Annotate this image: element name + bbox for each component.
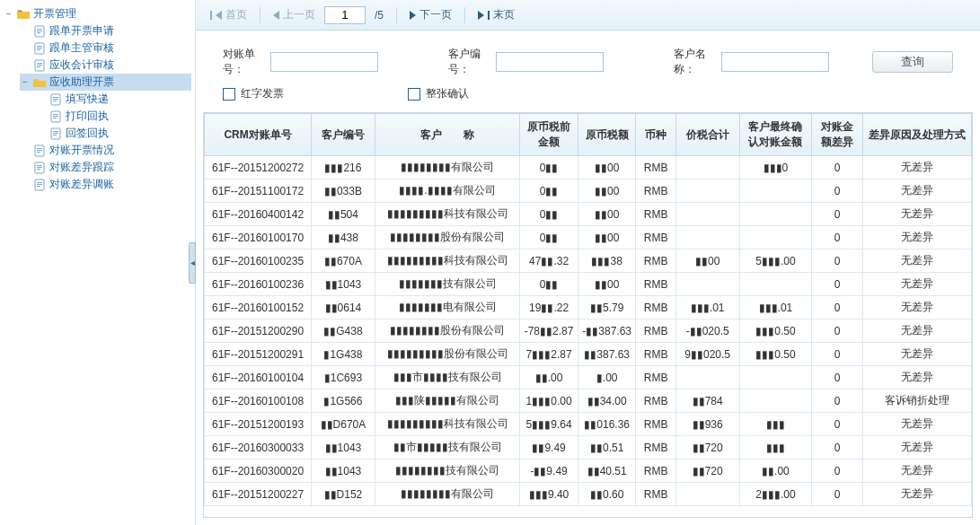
table-row[interactable]: 61F--20151200227▮▮D152▮▮▮▮▮▮▮▮有限公司▮▮▮9.4… [205,483,972,506]
table-row[interactable]: 61F--20160100236▮▮1043▮▮▮▮▮▮▮技有限公司0▮▮▮▮0… [205,273,972,296]
cell-pretax: ▮▮9.49 [520,436,578,459]
sidebar-item[interactable]: −应收助理开票 [20,74,191,91]
cell-cname: ▮▮▮▮▮▮▮技有限公司 [375,273,520,296]
sidebar-item-label[interactable]: 填写快递 [66,92,109,107]
table-row[interactable]: 61F--20160100108▮1G566▮▮▮陕▮▮▮▮▮有限公司1▮▮▮0… [205,389,972,413]
prev-page-button[interactable]: 上一页 [268,5,321,24]
sidebar-item[interactable]: 应收会计审核 [20,57,191,74]
table-row[interactable]: 61F--20160100170▮▮438▮▮▮▮▮▮▮▮股份有限公司0▮▮▮▮… [205,226,972,249]
sidebar-item-label[interactable]: 回签回执 [66,126,109,141]
sidebar-item[interactable]: 回签回执 [36,125,191,142]
tree-root[interactable]: − 开票管理 [4,5,191,22]
whole-confirm-label: 整张确认 [426,86,469,101]
first-page-button[interactable]: 首页 [205,5,252,24]
red-invoice-checkbox[interactable] [223,88,235,101]
page-number-input[interactable] [324,6,366,24]
sidebar-item[interactable]: 对账差异调账 [20,176,191,193]
table-row[interactable]: 61F--20160100104▮1C693▮▮▮市▮▮▮▮技有限公司▮▮.00… [205,366,972,389]
cell-cur: RMB [636,156,675,179]
table-row[interactable]: 61F--20160100235▮▮670A▮▮▮▮▮▮▮▮▮科技有限公司47▮… [205,249,972,273]
th-tax[interactable]: 原币税额 [578,114,636,156]
table-row[interactable]: 61F--20151200193▮▮D670A▮▮▮▮▮▮▮▮▮科技有限公司5▮… [205,413,972,436]
cell-confirm: ▮▮▮0.50 [739,319,812,343]
th-diff[interactable]: 对账金额差异 [812,114,863,156]
order-input[interactable] [270,52,378,72]
cell-cname: ▮▮▮▮▮▮▮▮▮科技有限公司 [375,203,520,226]
last-page-button[interactable]: 末页 [472,5,520,24]
sidebar-item-label[interactable]: 对账开票情况 [49,143,114,158]
cell-cname: ▮▮▮陕▮▮▮▮▮有限公司 [375,389,520,413]
cell-reason: 无差异 [862,249,971,273]
table-row[interactable]: 61F--20151200272▮▮▮216▮▮▮▮▮▮▮▮有限公司0▮▮▮▮0… [205,156,972,179]
order-label: 对账单号： [223,47,265,77]
cell-diff: 0 [812,459,863,483]
cell-tax: ▮▮0.60 [578,483,636,506]
table-row[interactable]: 61F--20151200290▮▮G438▮▮▮▮▮▮▮▮股份有限公司-78▮… [205,319,972,343]
th-reason[interactable]: 差异原因及处理方式 [862,114,971,156]
table-row[interactable]: 61F--20160300033▮▮1043▮▮市▮▮▮▮▮技有限公司▮▮9.4… [205,436,972,459]
cell-cname: ▮▮▮▮▮▮▮▮▮科技有限公司 [375,249,520,273]
cell-diff: 0 [812,249,863,273]
cell-confirm: ▮▮.00 [739,459,812,483]
cell-crm: 61F--20160300020 [205,459,312,483]
cell-cid: ▮1G438 [312,343,375,366]
sidebar-item-label[interactable]: 跟单主管审核 [49,40,114,56]
cell-confirm [739,273,812,296]
sidebar-item[interactable]: 跟单开票申请 [20,22,191,39]
collapse-icon[interactable]: − [20,77,31,88]
cname-input[interactable] [721,52,829,72]
sidebar: − 开票管理 跟单开票申请跟单主管审核应收会计审核−应收助理开票填写快递打印回执… [0,0,196,525]
svg-rect-33 [37,182,42,183]
table-row[interactable]: 61F--20160100152▮▮0614▮▮▮▮▮▮▮电有限公司19▮▮.2… [205,296,972,319]
cell-diff: 0 [812,226,863,249]
cell-cname: ▮▮▮▮▮▮▮电有限公司 [375,296,520,319]
sidebar-item-label[interactable]: 打印回执 [66,109,109,124]
collapse-tab[interactable]: ◂ [189,242,196,284]
table-row[interactable]: 61F--20160400142▮▮504▮▮▮▮▮▮▮▮▮科技有限公司0▮▮▮… [205,203,972,226]
th-cid[interactable]: 客户编号 [312,114,375,156]
cell-crm: 61F--20160400142 [205,203,312,226]
next-page-button[interactable]: 下一页 [404,5,457,24]
cell-diff: 0 [812,203,863,226]
cell-tax: ▮.00 [578,366,636,389]
th-crm[interactable]: CRM对账单号 [205,114,312,156]
collapse-icon[interactable]: − [4,9,14,20]
table-scroll[interactable]: CRM对账单号 客户编号 客户 称 原币税前金额 原币税额 币种 价税合计 客户… [203,112,973,518]
table-row[interactable]: 61F--20160300020▮▮1043▮▮▮▮▮▮▮▮技有限公司-▮▮9.… [205,459,972,483]
th-total[interactable]: 价税合计 [675,114,739,156]
table-row[interactable]: 61F--20151200291▮1G438▮▮▮▮▮▮▮▮▮股份有限公司7▮▮… [205,343,972,366]
cell-cname: ▮▮▮▮▮▮▮▮股份有限公司 [375,226,520,249]
cell-crm: 61F--20151100172 [205,179,312,203]
th-pretax[interactable]: 原币税前金额 [520,114,578,156]
sidebar-item-label[interactable]: 应收会计审核 [49,57,114,73]
th-cur[interactable]: 币种 [636,114,675,156]
sidebar-item-label[interactable]: 对账差异调账 [49,177,114,192]
document-icon [32,161,47,175]
last-page-label: 末页 [493,7,515,22]
search-button[interactable]: 查询 [872,51,953,73]
th-confirm[interactable]: 客户最终确认对账金额 [739,114,812,156]
cell-reason: 无差异 [862,156,971,179]
cell-cur: RMB [636,296,675,319]
sidebar-item[interactable]: 跟单主管审核 [20,39,191,57]
cell-total: ▮▮720 [675,436,739,459]
whole-confirm-checkbox[interactable] [408,88,420,101]
cid-input[interactable] [496,52,604,72]
sidebar-item-label[interactable]: 应收助理开票 [49,74,114,90]
th-cname[interactable]: 客户 称 [375,114,520,156]
table-row[interactable]: 61F--20151100172▮▮033B▮▮▮▮.▮▮▮▮有限公司0▮▮▮▮… [205,179,972,203]
cell-cur: RMB [636,366,675,389]
sidebar-item-label[interactable]: 对账差异跟踪 [49,160,114,175]
cell-diff: 0 [812,389,863,413]
cell-cid: ▮▮0614 [312,296,375,319]
cell-cur: RMB [636,273,675,296]
sidebar-item-label[interactable]: 跟单开票申请 [49,23,114,39]
sidebar-item[interactable]: 打印回执 [36,108,191,125]
sidebar-item[interactable]: 对账开票情况 [20,142,191,159]
cell-crm: 61F--20160100108 [205,389,312,413]
folder-icon [16,7,31,22]
sidebar-item[interactable]: 对账差异跟踪 [20,159,191,176]
tree-root-label[interactable]: 开票管理 [33,6,76,22]
sidebar-item[interactable]: 填写快递 [36,91,191,108]
prev-page-icon [273,11,279,20]
